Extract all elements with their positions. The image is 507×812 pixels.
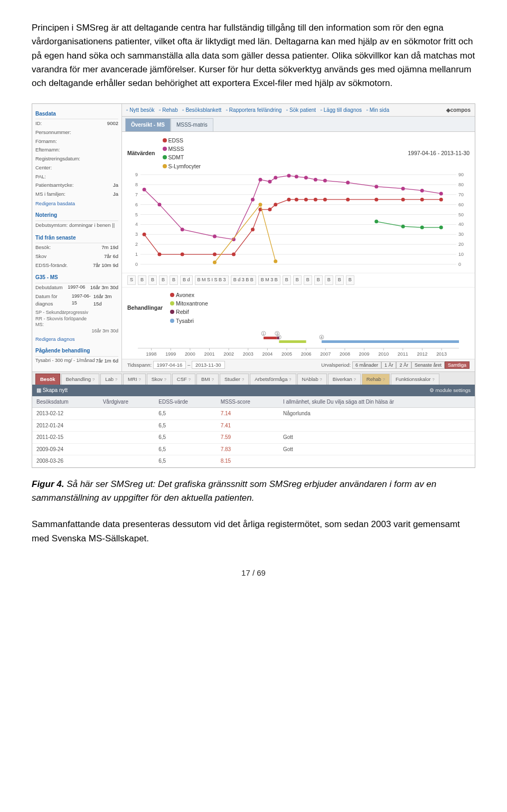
module-tab[interactable]: Studier ? (220, 374, 249, 385)
module-settings-link[interactable]: ⚙ module settings (429, 387, 471, 395)
pag-label: Tysabri - 300 mg/ - 1/månad (35, 357, 95, 365)
pag-value: 7år 1m 6d (96, 357, 118, 365)
module-tab[interactable]: NAblab ? (297, 374, 327, 385)
urvals-button[interactable]: 1 År (381, 361, 397, 369)
visit-code-cell: B (138, 275, 146, 285)
svg-rect-84 (322, 340, 459, 343)
toolbar-item[interactable]: ▫ Lägg till diagnos (320, 107, 362, 113)
legend-label: MSSS (168, 145, 184, 153)
svg-text:7: 7 (135, 192, 138, 197)
svg-text:70: 70 (458, 192, 464, 197)
module-tabs: BesökBehandling ?Lab ?MRI ?Skov ?CSF ?BM… (32, 371, 475, 385)
svg-text:0: 0 (135, 262, 138, 267)
module-tab[interactable]: CSF ? (172, 374, 195, 385)
table-cell: 6,5 (154, 408, 216, 420)
svg-point-48 (439, 198, 443, 202)
g35-value: 16år 3m 15d (93, 293, 118, 308)
svg-text:2011: 2011 (398, 351, 408, 357)
timespan-from[interactable]: 1997-04-16 (153, 361, 186, 369)
table-header: MSSS-score (217, 396, 279, 408)
urvals-label: Urvalsperiod: (321, 362, 351, 368)
toolbar-item[interactable]: ▫ Rehab (159, 107, 178, 113)
tab-oversikt-ms[interactable]: Översikt - MS (125, 118, 171, 131)
svg-point-74 (274, 260, 277, 263)
g35-mid: 1997-06 (68, 284, 85, 292)
toolbar-item[interactable]: ▫ Min sida (366, 107, 389, 113)
module-tab[interactable]: Behandling ? (61, 374, 100, 385)
legend-dot-icon (163, 138, 167, 142)
module-tab[interactable]: Biverkan ? (328, 374, 361, 385)
module-tab[interactable]: Rehab ? (362, 374, 390, 385)
table-row[interactable]: 2012-01-246,57.41 (32, 419, 475, 432)
visit-code-cell: B (159, 275, 167, 285)
toolbar-item[interactable]: ▫ Nytt besök (126, 107, 155, 113)
g35-value: 16år 3m 30d (90, 284, 118, 292)
svg-text:5: 5 (135, 212, 138, 217)
basdata-value: Ja (113, 181, 118, 189)
svg-text:2009: 2009 (359, 351, 370, 357)
table-row[interactable]: 2013-02-126,57.14Någorlunda (32, 408, 475, 420)
behandlingar-title: Behandlingar (127, 303, 163, 312)
table-cell: Gott (279, 443, 475, 455)
module-tab[interactable]: BMI ? (196, 374, 219, 385)
timespan-to[interactable]: 2013-11-30 (192, 361, 225, 369)
svg-point-64 (374, 185, 378, 188)
side-panel: Basdata ID:9002Personnummer:Förnamn:Efte… (32, 104, 122, 371)
svg-text:2006: 2006 (301, 351, 312, 357)
edit-basdata-link[interactable]: Redigera basdata (35, 199, 118, 208)
svg-text:1: 1 (135, 252, 138, 257)
visit-code-cell: B (170, 275, 178, 285)
svg-text:4: 4 (321, 336, 323, 339)
tid-value: 7år 6d (104, 253, 118, 261)
table-cell: 2012-01-24 (32, 419, 99, 432)
module-tab[interactable]: Arbetsförmåga ? (250, 374, 296, 385)
svg-point-30 (143, 233, 146, 236)
skapa-nytt-button[interactable]: ▦ Skapa nytt (36, 386, 68, 395)
figure-number: Figur 4. (32, 479, 64, 489)
svg-point-57 (274, 176, 277, 179)
edit-diagnos-link[interactable]: Redigera diagnos (35, 335, 118, 343)
brand-compos: ◆compos (446, 106, 471, 114)
top-toolbar: ▫ Nytt besök ▫ Rehab ▫ Besöksblankett ▫ … (122, 104, 475, 117)
legend-label: SDMT (168, 153, 184, 161)
svg-text:2001: 2001 (204, 351, 215, 357)
basdata-label: Patientsamtycke: (35, 181, 73, 189)
svg-point-56 (268, 180, 271, 184)
table-cell (99, 432, 155, 444)
module-tab[interactable]: Lab ? (100, 374, 122, 385)
page-number: 17 / 69 (32, 567, 475, 579)
table-row[interactable]: 2009-09-246,57.83Gott (32, 443, 475, 455)
urvals-button[interactable]: Samtliga (445, 361, 470, 369)
toolbar-item[interactable]: ▫ Besöksblankett (182, 107, 221, 113)
svg-text:10: 10 (458, 252, 464, 257)
toolbar-item[interactable]: ▫ Rapportera fel/ändring (226, 107, 282, 113)
table-cell (99, 443, 155, 455)
module-tab[interactable]: MRI ? (123, 374, 146, 385)
svg-point-38 (274, 203, 277, 206)
visit-code-cell: B d (180, 275, 193, 285)
g35-header: G35 - MS (35, 272, 118, 283)
svg-point-52 (213, 234, 217, 238)
table-cell: 2009-09-24 (32, 443, 99, 455)
svg-rect-75 (264, 337, 277, 339)
svg-point-34 (232, 252, 236, 256)
table-cell: 7.83 (217, 443, 279, 455)
module-tab[interactable]: Besök (35, 374, 60, 385)
module-tab[interactable]: Skov ? (147, 374, 171, 385)
module-tab[interactable]: Funktionsskalor ? (391, 374, 439, 385)
basdata-label: ID: (35, 120, 42, 128)
urvals-button[interactable]: 2 År (396, 361, 411, 369)
svg-text:40: 40 (458, 222, 464, 227)
table-cell (99, 419, 155, 432)
toolbar-item[interactable]: ▫ Sök patient (286, 107, 316, 113)
svg-point-33 (213, 252, 217, 256)
urvals-button[interactable]: 6 månader (352, 361, 381, 369)
table-row[interactable]: 2008-03-266,58.15 (32, 455, 475, 467)
beh-legend-label: Rebif (176, 308, 189, 316)
table-row[interactable]: 2011-02-156,57.59Gott (32, 432, 475, 444)
legend-item: SDMT (163, 153, 201, 161)
tab-msss-matris[interactable]: MSSS-matris (171, 118, 213, 131)
urvals-button[interactable]: Senaste året (411, 361, 445, 369)
basdata-label: PAL: (35, 173, 46, 181)
svg-point-63 (346, 180, 350, 184)
